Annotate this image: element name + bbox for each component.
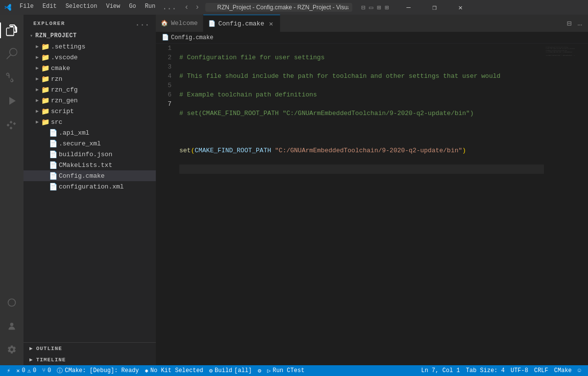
script-folder-icon: 📁 xyxy=(41,107,49,116)
build-bracket: [all] xyxy=(234,367,252,374)
activity-search[interactable] xyxy=(0,42,24,66)
tree-item-buildinfo[interactable]: ▶ 📄 buildinfo.json xyxy=(24,149,156,160)
activity-bar xyxy=(0,15,24,365)
cmake-folder-icon: 📁 xyxy=(41,64,49,72)
tree-item-rzn-cfg[interactable]: ▶ 📁 rzn_cfg xyxy=(24,84,156,95)
tree-item-cmake[interactable]: ▶ 📁 cmake xyxy=(24,63,156,73)
status-build[interactable]: ⚙ Build [all] xyxy=(206,365,255,376)
nav-back-button[interactable]: ‹ xyxy=(182,2,191,13)
outline-section[interactable]: ▶ OUTLINE xyxy=(24,343,156,354)
minimap: # Configuration file for user settings #… xyxy=(544,44,583,365)
main-area: EXPLORER ... ▾ RZN_PROJECT ▶ 📁 .settings… xyxy=(0,15,588,365)
sidebar: EXPLORER ... ▾ RZN_PROJECT ▶ 📁 .settings… xyxy=(24,15,156,365)
code-line-1: # Configuration file for user settings xyxy=(179,53,544,62)
timeline-section[interactable]: ▶ TIMELINE xyxy=(24,354,156,365)
menu-selection[interactable]: Selection xyxy=(62,2,101,13)
activity-extensions[interactable] xyxy=(0,113,24,136)
menu-edit[interactable]: Edit xyxy=(39,2,61,13)
status-line-ending[interactable]: CRLF xyxy=(531,365,551,376)
tree-item-cmakelists[interactable]: ▶ 📄 CMakeLists.txt xyxy=(24,160,156,170)
remote-icon: ⚡ xyxy=(7,367,10,375)
tree-item-secure-xml[interactable]: ▶ 📄 .secure_xml xyxy=(24,138,156,149)
minimize-button[interactable]: — xyxy=(397,0,419,15)
activity-remote[interactable] xyxy=(0,291,24,314)
activity-source-control[interactable] xyxy=(0,66,24,89)
no-kit-icon: ✱ xyxy=(145,367,148,375)
line-num-2: 2 xyxy=(158,53,172,62)
activity-account[interactable] xyxy=(0,314,24,338)
tree-item-src[interactable]: ▶ 📁 src xyxy=(24,117,156,127)
cmakelists-file-icon: 📄 xyxy=(49,161,57,169)
line-num-1: 1 xyxy=(158,44,172,53)
vscode-chevron: ▶ xyxy=(33,54,41,60)
code-line-4: # set(CMAKE_FIND_ROOT_PATH "C:/GNUArmEmb… xyxy=(179,109,544,118)
no-kit-label: No Kit Selected xyxy=(150,367,203,374)
status-errors[interactable]: ✕ 0 ⚠ 0 xyxy=(13,365,39,376)
status-git[interactable]: ⑂ 0 xyxy=(39,365,54,376)
status-cmake[interactable]: ⓘ CMake: [Debug]: Ready xyxy=(54,365,142,376)
split-editor-icon[interactable]: ⊟ xyxy=(360,4,366,10)
tree-item-rzn[interactable]: ▶ 📁 rzn xyxy=(24,73,156,84)
activity-run-debug[interactable] xyxy=(0,89,24,113)
config-cmake-tab-label: Config.cmake xyxy=(219,20,265,27)
rzn-label: rzn xyxy=(51,75,62,83)
sidebar-bottom: ▶ OUTLINE ▶ TIMELINE xyxy=(24,342,156,365)
status-language[interactable]: CMake xyxy=(551,365,575,376)
search-wrapper: 🔍 xyxy=(205,3,352,12)
outline-chevron-icon: ▶ xyxy=(29,345,33,352)
menu-file[interactable]: File xyxy=(16,2,38,13)
tree-project-root[interactable]: ▾ RZN_PROJECT xyxy=(24,30,156,41)
status-feedback[interactable]: ☺ xyxy=(575,365,584,376)
toggle-panel-icon[interactable]: ▭ xyxy=(368,4,374,10)
restore-button[interactable]: ❒ xyxy=(423,0,445,15)
status-cursor[interactable]: Ln 7, Col 1 xyxy=(418,365,463,376)
line-num-3: 3 xyxy=(158,62,172,71)
script-chevron: ▶ xyxy=(33,108,41,114)
code-editor[interactable]: # Configuration file for user settings #… xyxy=(175,44,544,365)
tab-welcome[interactable]: 🏠 Welcome xyxy=(156,15,203,32)
timeline-chevron-icon: ▶ xyxy=(29,356,33,363)
status-remote[interactable]: ⚡ xyxy=(4,365,13,376)
src-label: src xyxy=(51,118,62,126)
more-tabs-button[interactable]: … xyxy=(575,18,584,29)
tree-item-rzn-gen[interactable]: ▶ 📁 rzn_gen xyxy=(24,95,156,106)
customize-layout-icon[interactable]: ⊞ xyxy=(384,4,390,10)
nav-forward-button[interactable]: › xyxy=(193,2,202,13)
cmakelists-label: CMakeLists.txt xyxy=(59,162,112,169)
menu-view[interactable]: View xyxy=(102,2,124,13)
config-cmake-tab-close[interactable]: ✕ xyxy=(267,20,275,27)
tree-item-vscode[interactable]: ▶ 📁 .vscode xyxy=(24,52,156,63)
status-no-kit[interactable]: ✱ No Kit Selected xyxy=(142,365,206,376)
status-debug-play[interactable]: ⚙ xyxy=(255,365,264,376)
titlebar: File Edit Selection View Go Run ... ‹ › … xyxy=(0,0,588,15)
activity-settings[interactable] xyxy=(0,338,24,361)
split-editor-button[interactable]: ⊟ xyxy=(565,18,574,29)
tree-item-script[interactable]: ▶ 📁 script xyxy=(24,106,156,117)
sidebar-more-button[interactable]: ... xyxy=(135,20,150,27)
vscode-folder-icon: 📁 xyxy=(41,53,49,62)
vertical-scrollbar[interactable] xyxy=(583,44,588,365)
menu-run[interactable]: Run xyxy=(141,2,160,13)
activity-explorer[interactable] xyxy=(0,19,24,42)
project-chevron-down: ▾ xyxy=(27,33,35,39)
sidebar-header: EXPLORER ... xyxy=(24,15,156,30)
breadcrumb-file-icon: 📄 xyxy=(162,34,169,41)
nav-buttons: ‹ › xyxy=(182,2,201,13)
close-button[interactable]: ✕ xyxy=(449,0,471,15)
configuration-xml-label: configuration.xml xyxy=(59,183,124,190)
toggle-sidebar-icon[interactable]: ⊞ xyxy=(376,4,382,10)
tree-item-settings[interactable]: ▶ 📁 .settings xyxy=(24,41,156,52)
settings-chevron: ▶ xyxy=(33,44,41,49)
status-tab-size[interactable]: Tab Size: 4 xyxy=(463,365,508,376)
menu-go[interactable]: Go xyxy=(125,2,140,13)
tree-item-configuration-xml[interactable]: ▶ 📄 configuration.xml xyxy=(24,181,156,192)
menu-more[interactable]: ... xyxy=(160,2,178,13)
tree-item-config-cmake[interactable]: ▶ 📄 Config.cmake xyxy=(24,170,156,181)
breadcrumb-item[interactable]: Config.cmake xyxy=(171,34,213,41)
title-search-input[interactable] xyxy=(205,3,352,12)
welcome-tab-icon: 🏠 xyxy=(161,20,168,27)
tree-item-api-xml[interactable]: ▶ 📄 .api_xml xyxy=(24,127,156,138)
status-encoding[interactable]: UTF-8 xyxy=(508,365,531,376)
tab-config-cmake[interactable]: 📄 Config.cmake ✕ xyxy=(203,15,281,32)
status-run-ctest[interactable]: ▷ Run CTest xyxy=(264,365,307,376)
